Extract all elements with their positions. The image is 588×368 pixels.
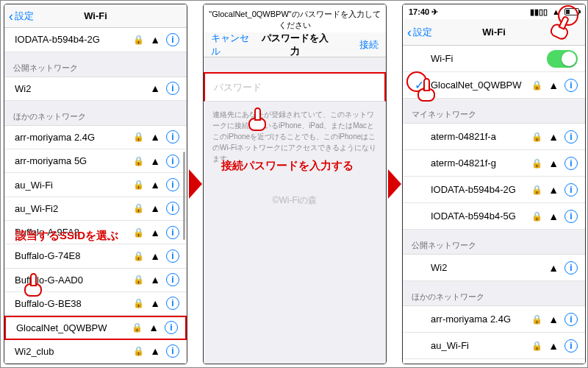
info-icon[interactable]: i: [564, 339, 578, 353]
info-icon[interactable]: i: [166, 82, 179, 95]
info-icon[interactable]: i: [564, 183, 578, 197]
lock-icon: 🔒: [132, 322, 143, 333]
back-button[interactable]: ‹ 設定: [407, 19, 432, 45]
lock-icon: 🔒: [133, 35, 144, 45]
info-icon[interactable]: i: [166, 297, 179, 310]
network-row[interactable]: IODATA-b594b4-5G🔒▲i: [403, 203, 585, 230]
info-icon[interactable]: i: [166, 155, 179, 168]
info-icon[interactable]: i: [166, 202, 179, 215]
info-icon[interactable]: i: [165, 321, 178, 334]
network-row[interactable]: au_Wi-Fi2🔒▲i: [4, 197, 187, 221]
caption-enter-password: 接続パスワードを入力する: [221, 159, 354, 173]
network-row[interactable]: arr-moriyama 2.4G🔒▲i: [403, 306, 585, 333]
info-icon[interactable]: i: [166, 344, 179, 358]
dialog-title: パスワードを入力: [258, 32, 331, 58]
password-placeholder: パスワード: [214, 81, 262, 94]
wifi-icon: ▲: [548, 314, 559, 325]
network-ssid: au_Wi-Fi: [15, 180, 127, 191]
network-row[interactable]: au_Wi-Fi2🔒▲i: [403, 359, 585, 364]
info-icon[interactable]: i: [564, 79, 578, 92]
network-row[interactable]: arr-moriyama 5G🔒▲i: [4, 149, 187, 173]
network-ssid: arr-moriyama 5G: [15, 155, 127, 166]
network-row[interactable]: au_Wi-Fi🔒▲i: [403, 333, 585, 359]
lock-icon: 🔒: [133, 275, 144, 285]
lock-icon: 🔒: [133, 180, 144, 190]
wifi-icon: ▲: [150, 297, 160, 309]
info-icon[interactable]: i: [564, 210, 578, 223]
info-icon[interactable]: i: [166, 178, 179, 191]
info-icon[interactable]: i: [564, 157, 578, 170]
wifi-icon: ▲: [548, 340, 559, 352]
status-bar: 17:40 ✈ ▮▮▯▯ ▲: [403, 4, 585, 19]
connected-network-row[interactable]: ✓ GlocalNet_0QWBPW 🔒▲i: [403, 72, 585, 99]
network-row[interactable]: IODATA-b594b4-2G 🔒 ▲ i: [4, 28, 187, 52]
network-row[interactable]: Wi2_club🔒▲i: [4, 340, 187, 364]
connect-button[interactable]: 接続: [331, 38, 379, 52]
network-row[interactable]: Buffalo-G-74E8🔒▲i: [4, 244, 187, 268]
back-label: 設定: [15, 10, 34, 23]
section-header-public: 公開ネットワーク: [4, 52, 187, 77]
info-icon[interactable]: i: [166, 226, 179, 239]
lock-icon: 🔒: [133, 156, 144, 166]
network-ssid: arr-moriyama 2.4G: [15, 132, 127, 143]
network-ssid: au_Wi-Fi2: [15, 203, 127, 214]
info-icon[interactable]: i: [564, 313, 578, 326]
network-row[interactable]: Buffalo-G-AAD0🔒▲i: [4, 269, 187, 292]
scrollbar[interactable]: [183, 152, 185, 240]
wifi-icon: ▲: [150, 34, 160, 46]
wifi-icon: ▲: [150, 250, 160, 262]
network-row[interactable]: au_Wi-Fi🔒▲i: [4, 173, 187, 197]
wifi-icon: ▲: [150, 227, 160, 238]
info-icon[interactable]: i: [564, 261, 578, 275]
section-header-other: ほかのネットワーク: [403, 281, 585, 306]
password-note: 連絡先にあなたが登録されていて、このネットワークに接続しているiPhone、iP…: [204, 102, 386, 364]
section-header-my: マイネットワーク: [403, 99, 585, 124]
info-icon[interactable]: i: [166, 250, 179, 263]
back-button[interactable]: ‹ 設定: [9, 4, 34, 27]
section-header-public: 公開ネットワーク: [403, 230, 585, 255]
wifi-icon: ▲: [548, 131, 559, 143]
wifi-icon: ▲: [548, 79, 559, 91]
network-row[interactable]: aterm-04821f-a🔒▲i: [403, 124, 585, 150]
wifi-icon: ▲: [150, 131, 160, 143]
password-note-text: 連絡先にあなたが登録されていて、このネットワークに接続しているiPhone、iP…: [212, 110, 376, 163]
section-header-other: ほかのネットワーク: [4, 101, 187, 126]
network-row[interactable]: Buffalo-G-BE38🔒▲i: [4, 292, 187, 316]
network-row[interactable]: Wi2 ▲ i: [4, 77, 187, 101]
lock-icon: 🔒: [133, 203, 144, 213]
lock-icon: 🔒: [133, 298, 144, 308]
lock-icon: 🔒: [531, 211, 542, 222]
wifi-icon: ▲: [548, 184, 559, 196]
info-icon[interactable]: i: [166, 273, 179, 286]
wifi-icon: ▲: [148, 322, 159, 333]
cellular-icon: ▮▮▯▯: [530, 7, 548, 17]
cancel-button[interactable]: キャンセル: [211, 32, 258, 58]
watermark: ©Wi-Fiの森: [212, 194, 377, 207]
wifi-icon: ▲: [150, 155, 160, 167]
navbar: ‹ 設定 Wi-Fi: [403, 19, 585, 46]
info-icon[interactable]: i: [166, 33, 179, 46]
password-field[interactable]: パスワード: [204, 72, 386, 102]
network-ssid: IODATA-b594b4-2G: [15, 34, 127, 45]
network-row-highlighted[interactable]: GlocalNet_0QWBPW🔒▲i: [4, 316, 187, 340]
info-icon[interactable]: i: [166, 130, 179, 144]
network-row[interactable]: aterm-04821f-g🔒▲i: [403, 150, 585, 177]
wifi-icon: ▲: [150, 345, 160, 357]
lock-icon: 🔒: [133, 132, 144, 142]
network-row[interactable]: arr-moriyama 2.4G🔒▲i: [4, 126, 187, 149]
lock-icon: 🔒: [531, 158, 542, 169]
network-row[interactable]: Wi2▲i: [403, 255, 585, 281]
info-icon[interactable]: i: [564, 130, 578, 144]
network-ssid: GlocalNet_0QWBPW: [16, 322, 126, 333]
network-row[interactable]: IODATA-b594b4-2G🔒▲i: [403, 177, 585, 203]
status-time: 17:40: [409, 7, 429, 16]
network-ssid: Buffalo-G-BE38: [15, 298, 127, 309]
lock-icon: 🔒: [531, 132, 542, 142]
network-ssid: aterm-04821f-g: [431, 158, 526, 169]
screen-enter-password: "GlocalNet_0QWBPW"のパスワードを入力してください キャンセル …: [203, 4, 387, 364]
network-ssid: GlocalNet_0QWBPW: [431, 79, 526, 91]
wifi-toggle[interactable]: [547, 50, 578, 68]
navbar: ‹ 設定 Wi-Fi: [4, 4, 187, 28]
checkmark-icon: ✓: [413, 78, 425, 92]
lock-icon: 🔒: [133, 346, 144, 356]
